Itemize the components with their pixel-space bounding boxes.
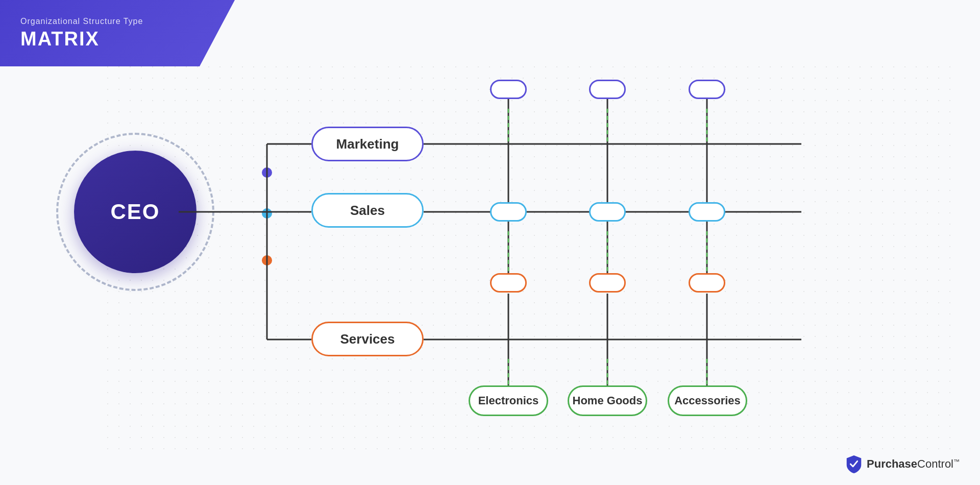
dot-services: [262, 255, 272, 265]
dot-sales: [262, 208, 272, 219]
product-home-goods: Home Goods: [568, 385, 647, 416]
header-title: MATRIX: [20, 28, 214, 50]
dot-marketing: [262, 167, 272, 178]
dept-sales-box: Sales: [311, 193, 424, 228]
ceo-outer-ring: CEO: [56, 133, 214, 291]
logo-area: PurchaseControl™: [845, 454, 960, 474]
logo-shield-icon: [845, 454, 863, 474]
pill-orange-3: [689, 273, 725, 293]
pill-blue-1: [490, 202, 527, 222]
pill-orange-1: [490, 273, 527, 293]
pill-orange-2: [589, 273, 626, 293]
product-accessories: Accessories: [668, 385, 747, 416]
pill-purple-3: [689, 80, 725, 99]
header-subtitle: Organizational Structure Type: [20, 17, 214, 26]
pill-blue-3: [689, 202, 725, 222]
header-banner: Organizational Structure Type MATRIX: [0, 0, 235, 66]
product-electronics: Electronics: [469, 385, 548, 416]
dept-marketing-box: Marketing: [311, 127, 424, 161]
dept-services-box: Services: [311, 322, 424, 356]
pill-purple-1: [490, 80, 527, 99]
pill-purple-2: [589, 80, 626, 99]
ceo-circle: CEO: [74, 151, 197, 273]
ceo-label: CEO: [110, 200, 160, 224]
logo-text: PurchaseControl™: [867, 457, 960, 471]
pill-blue-2: [589, 202, 626, 222]
